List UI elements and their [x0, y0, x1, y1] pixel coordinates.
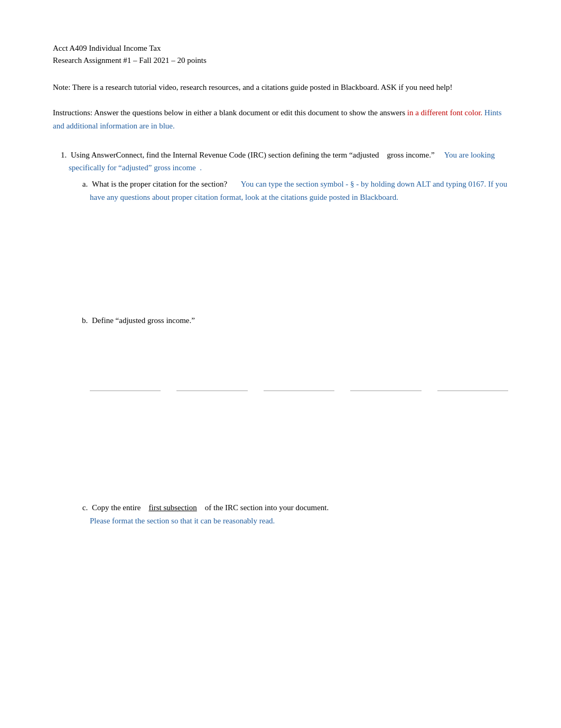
instructions-label: Instructions:	[53, 108, 92, 117]
sub-question-b: Define “adjusted gross income.”	[90, 314, 508, 497]
instructions-block: Instructions: Answer the questions below…	[53, 106, 508, 133]
sub-question-c-content: Copy the entire first subsection of the …	[90, 503, 329, 525]
sub-question-a-hint: You can type the section symbol - § - by…	[90, 180, 507, 201]
page: Acct A409 Individual Income Tax Research…	[0, 0, 561, 728]
first-subsection-text: first subsection	[148, 503, 197, 512]
header-line2: Research Assignment #1 – Fall 2021 – 20 …	[53, 54, 508, 67]
question-1-hint: You are looking specifically for “adjust…	[69, 151, 495, 172]
note-block: Note: There is a research tutorial video…	[53, 81, 508, 94]
answer-space-a	[90, 204, 508, 310]
answer-line-5	[437, 390, 508, 391]
header-block: Acct A409 Individual Income Tax Research…	[53, 42, 508, 66]
answer-line-4	[350, 390, 421, 391]
answer-space-b	[90, 391, 508, 497]
note-label: Note:	[53, 83, 70, 91]
sub-question-list: What is the proper citation for the sect…	[90, 178, 508, 686]
header-line1: Acct A409 Individual Income Tax	[53, 42, 508, 54]
question-1-text: Using AnswerConnect, find the Internal R…	[69, 151, 495, 172]
answer-space-c	[90, 528, 508, 686]
question-list: Using AnswerConnect, find the Internal R…	[69, 149, 508, 686]
question-1-item: Using AnswerConnect, find the Internal R…	[69, 149, 508, 686]
answer-line-2	[176, 390, 247, 391]
answer-line-3	[264, 390, 334, 391]
answer-lines-b	[90, 390, 508, 391]
sub-question-c: Copy the entire first subsection of the …	[90, 501, 508, 686]
instructions-text-red: in a different font color.	[407, 108, 483, 117]
sub-question-c-hint: Please format the section so that it can…	[90, 517, 275, 525]
instructions-text-black: Answer the questions below in either a b…	[92, 108, 407, 117]
sub-question-b-content: Define “adjusted gross income.”	[92, 316, 195, 325]
sub-question-a: What is the proper citation for the sect…	[90, 178, 508, 310]
note-text: There is a research tutorial video, rese…	[70, 83, 452, 91]
answer-line-1	[90, 390, 161, 391]
sub-question-a-content: What is the proper citation for the sect…	[90, 180, 507, 201]
